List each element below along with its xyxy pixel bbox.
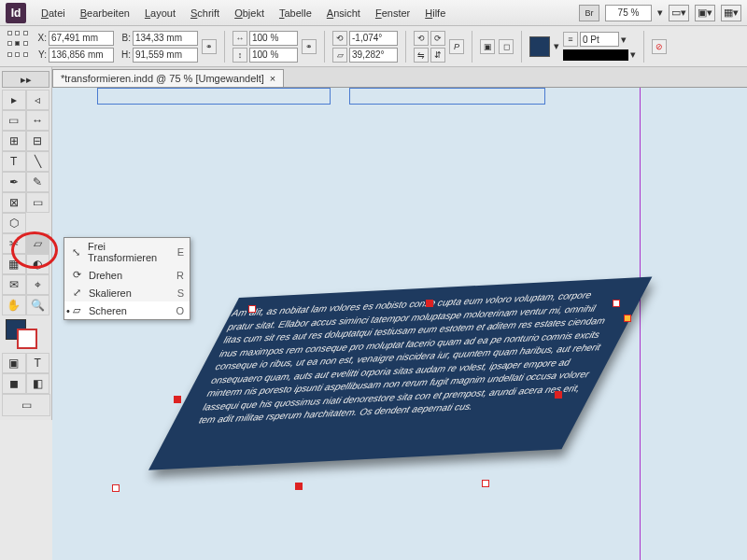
- scale-icon: ⤢: [70, 287, 83, 299]
- stroke-weight-icon: ≡: [563, 32, 578, 47]
- view-mode-toggle[interactable]: ▭: [2, 394, 50, 416]
- polygon-tool[interactable]: ⬡: [2, 213, 26, 233]
- document-tab[interactable]: *transformieren.indd @ 75 % [Umgewandelt…: [52, 69, 284, 87]
- select-container-icon[interactable]: ▣: [480, 39, 495, 54]
- selection-handle[interactable]: [482, 480, 489, 487]
- type-tool[interactable]: T: [2, 151, 26, 172]
- line-tool[interactable]: ╲: [26, 151, 50, 172]
- menu-layout[interactable]: Layout: [137, 4, 183, 22]
- hand-tool[interactable]: ✋: [2, 295, 26, 315]
- p-icon[interactable]: P: [449, 39, 464, 54]
- document-workspace[interactable]: Am alit, as nobitat lam volores es nobis…: [52, 88, 747, 560]
- flyout-shortcut: O: [176, 305, 184, 316]
- scissors-tool[interactable]: ✂: [2, 233, 26, 254]
- rotate-icon: ⟲: [332, 31, 347, 46]
- stroke-color-swatch[interactable]: [17, 329, 37, 349]
- pencil-tool[interactable]: ✎: [26, 172, 50, 192]
- menu-hilfe[interactable]: Hilfe: [417, 4, 453, 22]
- zoom-tool[interactable]: 🔍: [26, 295, 50, 315]
- selection-handle[interactable]: [248, 305, 256, 313]
- flyout-rotate[interactable]: ⟳ Drehen R: [64, 266, 190, 284]
- menu-datei[interactable]: Datei: [34, 4, 73, 22]
- apply-gradient-icon[interactable]: ◧: [26, 373, 50, 394]
- screen-mode-dropdown[interactable]: ▣▾: [695, 5, 715, 21]
- rotate-cw-icon[interactable]: ⟳: [430, 31, 445, 46]
- scale-x-icon: ↔: [233, 31, 247, 46]
- flip-v-icon[interactable]: ⇵: [430, 48, 445, 63]
- flyout-free-transform[interactable]: ⤡ Frei Transformieren E: [64, 238, 190, 266]
- gap-tool[interactable]: ↔: [26, 110, 50, 131]
- reference-point[interactable]: [7, 31, 30, 63]
- close-tab-icon[interactable]: ×: [270, 73, 275, 84]
- flyout-label: Skalieren: [89, 287, 132, 299]
- column-guide: [97, 88, 331, 105]
- page-tool[interactable]: ▭: [2, 110, 26, 131]
- flyout-shear[interactable]: ▱ Scheren O: [64, 301, 190, 319]
- scale-y-input[interactable]: 100 %: [249, 48, 298, 63]
- gradient-feather-tool[interactable]: ◐: [26, 254, 50, 274]
- constrain-scale-icon[interactable]: ⚭: [302, 39, 317, 54]
- menu-schrift[interactable]: Schrift: [183, 4, 227, 22]
- rectangle-tool[interactable]: ▭: [26, 192, 50, 213]
- selection-handle[interactable]: [174, 396, 181, 403]
- view-mode-dropdown[interactable]: ▭▾: [669, 5, 689, 21]
- stroke-weight-input[interactable]: 0 Pt: [580, 32, 619, 47]
- menu-tabelle[interactable]: Tabelle: [272, 4, 319, 22]
- shear-icon: ▱: [332, 48, 347, 63]
- apply-color-icon[interactable]: ◼: [2, 373, 26, 394]
- free-transform-icon: ⤡: [70, 246, 82, 259]
- fill-dropdown-icon[interactable]: ▾: [554, 40, 559, 52]
- flyout-scale[interactable]: ⤢ Skalieren S: [64, 284, 190, 301]
- scale-x-input[interactable]: 100 %: [249, 31, 298, 46]
- constrain-wh-icon[interactable]: ⚭: [202, 39, 217, 54]
- w-label: B:: [118, 33, 131, 43]
- width-input[interactable]: 134,33 mm: [133, 31, 198, 46]
- formatting-text-icon[interactable]: T: [26, 353, 50, 373]
- bridge-button[interactable]: Br: [579, 5, 599, 21]
- content-collector-tool[interactable]: ⊞: [2, 131, 26, 151]
- rectangle-frame-tool[interactable]: ⊠: [2, 192, 26, 213]
- shear-input[interactable]: 39,282°: [349, 48, 398, 63]
- rotate-input[interactable]: -1,074°: [349, 31, 398, 46]
- text-frame[interactable]: Am alit, as nobitat lam volores es nobis…: [148, 276, 652, 469]
- menu-objekt[interactable]: Objekt: [227, 4, 272, 22]
- selection-handle[interactable]: [624, 315, 631, 322]
- panel-collapse-icon[interactable]: ▸▸: [2, 71, 49, 88]
- arrange-dropdown[interactable]: ▦▾: [721, 5, 741, 21]
- formatting-container-icon[interactable]: ▣: [2, 353, 26, 373]
- transform-tool-flyout: ⤡ Frei Transformieren E ⟳ Drehen R ⤢ Ska…: [63, 237, 190, 320]
- selection-tool[interactable]: ▸: [2, 90, 26, 110]
- rotate-ccw-icon[interactable]: ⟲: [414, 31, 429, 46]
- direct-selection-tool[interactable]: ◃: [26, 90, 50, 110]
- x-input[interactable]: 67,491 mm: [49, 31, 114, 46]
- selection-handle[interactable]: [426, 300, 433, 307]
- flip-h-icon[interactable]: ⇋: [414, 48, 429, 63]
- chevron-down-icon[interactable]: ▾: [630, 49, 636, 61]
- gradient-swatch-tool[interactable]: ▦: [2, 254, 26, 274]
- selection-handle[interactable]: [295, 483, 303, 490]
- pen-tool[interactable]: ✒: [2, 172, 26, 192]
- h-label: H:: [118, 49, 131, 60]
- chevron-down-icon[interactable]: ▾: [657, 7, 663, 19]
- selection-handle[interactable]: [555, 391, 562, 399]
- no-effect-icon[interactable]: ⊘: [652, 39, 667, 54]
- eyedropper-tool[interactable]: ⌖: [26, 274, 50, 295]
- chevron-down-icon[interactable]: ▾: [621, 34, 627, 46]
- zoom-level[interactable]: 75 %: [605, 5, 652, 21]
- free-transform-tool[interactable]: ▱: [26, 233, 50, 254]
- flyout-label: Frei Transformieren: [88, 241, 172, 263]
- menu-fenster[interactable]: Fenster: [368, 4, 417, 22]
- height-input[interactable]: 91,559 mm: [133, 48, 198, 63]
- y-input[interactable]: 136,856 mm: [49, 48, 114, 63]
- document-title: *transformieren.indd @ 75 % [Umgewandelt…: [61, 73, 264, 84]
- fill-swatch[interactable]: [529, 36, 550, 57]
- content-placer-tool[interactable]: ⊟: [26, 131, 50, 151]
- note-tool[interactable]: ✉: [2, 274, 26, 295]
- fill-stroke-swatches[interactable]: [2, 315, 49, 353]
- stroke-style[interactable]: [563, 49, 628, 61]
- menu-bearbeiten[interactable]: Bearbeiten: [73, 4, 137, 22]
- selection-handle[interactable]: [112, 484, 120, 492]
- selection-handle[interactable]: [613, 300, 620, 307]
- menu-ansicht[interactable]: Ansicht: [319, 4, 368, 22]
- select-content-icon[interactable]: ◻: [499, 39, 514, 54]
